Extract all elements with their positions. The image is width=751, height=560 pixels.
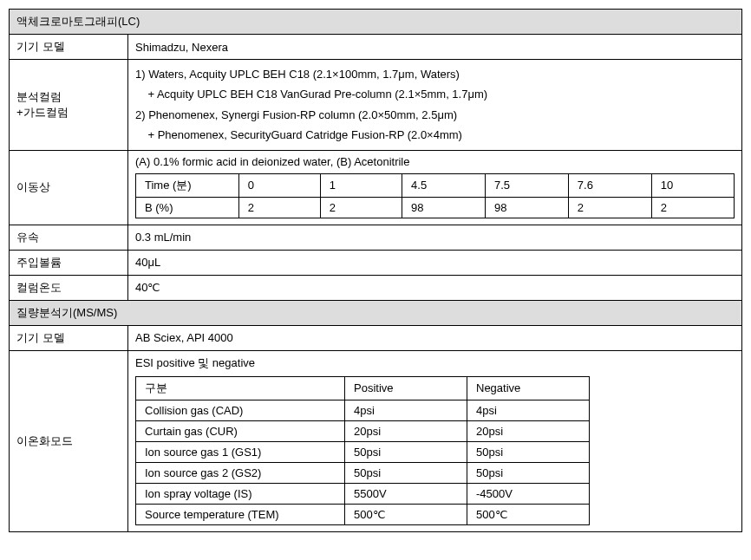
gradient-b-5: 2 (651, 197, 734, 218)
lc-inj-value: 40μL (128, 250, 742, 275)
lc-mobile-cell: (A) 0.1% formic acid in deionized water,… (128, 150, 742, 225)
ion-gs1-neg: 50psi (467, 441, 590, 462)
ion-is-neg: -4500V (467, 483, 590, 504)
gradient-time-4: 7.6 (568, 173, 651, 197)
lc-temp-value: 40℃ (128, 275, 742, 300)
gradient-table: Time (분) 0 1 4.5 7.5 7.6 10 B (%) 2 2 98… (135, 173, 735, 218)
ms-ion-cell: ESI positive 및 negative 구분 Positive Nega… (128, 350, 742, 531)
gradient-time-2: 4.5 (402, 173, 486, 197)
ion-is-label: Ion spray voltage (IS) (136, 483, 345, 504)
gradient-b-0: 2 (238, 197, 320, 218)
ion-tem-label: Source temperature (TEM) (136, 504, 345, 524)
ion-tem-pos: 500℃ (345, 504, 467, 524)
lc-mobile-value: (A) 0.1% formic acid in deionized water,… (135, 155, 735, 168)
ion-header-param: 구분 (136, 376, 345, 400)
ion-cur-pos: 20psi (345, 420, 467, 441)
lc-column-line2: + Acquity UPLC BEH C18 VanGurad Pre-colu… (135, 84, 735, 104)
ion-cur-neg: 20psi (467, 420, 590, 441)
gradient-time-label: Time (분) (136, 173, 239, 197)
ion-cur-label: Curtain gas (CUR) (136, 420, 345, 441)
lc-column-line4: + Phenomenex, SecurityGuard Catridge Fus… (135, 125, 735, 145)
ion-gs2-pos: 50psi (345, 462, 467, 483)
ion-gs2-neg: 50psi (467, 462, 590, 483)
ion-cad-neg: 4psi (467, 400, 590, 420)
gradient-b-2: 98 (402, 197, 486, 218)
ion-cad-pos: 4psi (345, 400, 467, 420)
ion-params-table: 구분 Positive Negative Collision gas (CAD)… (135, 376, 590, 525)
ms-model-value: AB Sciex, API 4000 (128, 325, 742, 350)
gradient-time-3: 7.5 (485, 173, 568, 197)
gradient-b-1: 2 (320, 197, 402, 218)
gradient-time-0: 0 (238, 173, 320, 197)
ion-header-negative: Negative (467, 376, 590, 400)
lc-section-header: 액체크로마토그래피(LC) (10, 10, 742, 35)
ms-section-header: 질량분석기(MS/MS) (10, 300, 742, 325)
gradient-time-1: 1 (320, 173, 402, 197)
lc-flow-label: 유속 (10, 225, 128, 250)
ion-cad-label: Collision gas (CAD) (136, 400, 345, 420)
ion-gs1-label: Ion source gas 1 (GS1) (136, 441, 345, 462)
ion-gs1-pos: 50psi (345, 441, 467, 462)
lc-inj-label: 주입볼륨 (10, 250, 128, 275)
ion-header-positive: Positive (345, 376, 467, 400)
ion-tem-neg: 500℃ (467, 504, 590, 524)
lc-flow-value: 0.3 mL/min (128, 225, 742, 250)
lc-mobile-label: 이동상 (10, 150, 128, 225)
lc-model-value: Shimadzu, Nexera (128, 35, 742, 60)
ion-gs2-label: Ion source gas 2 (GS2) (136, 462, 345, 483)
ms-ion-value: ESI positive 및 negative (135, 355, 735, 371)
lc-column-label: 분석컬럼 +가드컬럼 (10, 60, 128, 151)
gradient-b-label: B (%) (136, 197, 239, 218)
lc-model-label: 기기 모델 (10, 35, 128, 60)
ms-model-label: 기기 모델 (10, 325, 128, 350)
lc-temp-label: 컬럼온도 (10, 275, 128, 300)
ms-ion-label: 이온화모드 (10, 350, 128, 531)
lc-column-line3: 2) Phenomenex, Synergi Fusion-RP column … (135, 105, 735, 125)
ion-is-pos: 5500V (345, 483, 467, 504)
gradient-time-5: 10 (651, 173, 734, 197)
lc-column-line1: 1) Waters, Acquity UPLC BEH C18 (2.1×100… (135, 64, 735, 84)
gradient-b-3: 98 (485, 197, 568, 218)
spec-table: 액체크로마토그래피(LC) 기기 모델 Shimadzu, Nexera 분석컬… (9, 9, 742, 532)
lc-column-value: 1) Waters, Acquity UPLC BEH C18 (2.1×100… (128, 60, 742, 151)
gradient-b-4: 2 (568, 197, 651, 218)
